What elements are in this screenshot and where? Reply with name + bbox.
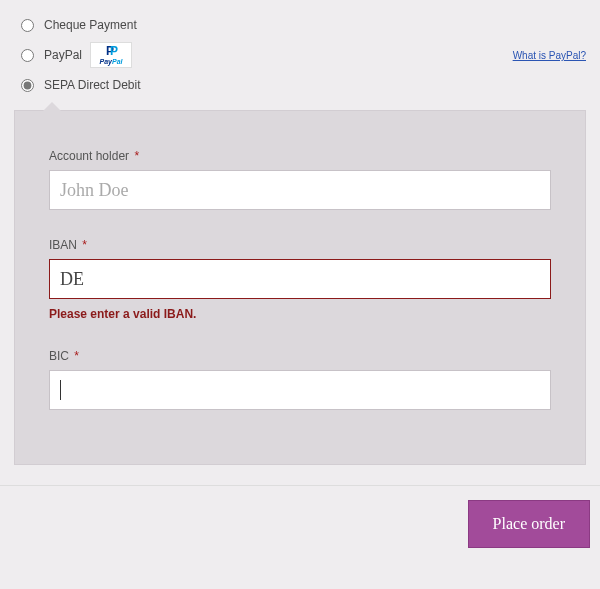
payment-method-sepa-label[interactable]: SEPA Direct Debit [44, 78, 140, 92]
paypal-logo-icon: PP PayPal [90, 42, 132, 68]
iban-field-group: IBAN * Please enter a valid IBAN. [49, 238, 551, 321]
account-holder-input[interactable] [49, 170, 551, 210]
account-holder-field-group: Account holder * [49, 149, 551, 210]
payment-method-sepa-radio[interactable] [21, 79, 34, 92]
iban-input[interactable] [49, 259, 551, 299]
iban-label: IBAN * [49, 238, 551, 252]
payment-method-sepa-row: SEPA Direct Debit [10, 72, 590, 98]
bic-field-group: BIC * [49, 349, 551, 410]
account-holder-label: Account holder * [49, 149, 551, 163]
sepa-details-panel: Account holder * IBAN * Please enter a v… [14, 110, 586, 465]
required-mark: * [82, 238, 87, 252]
what-is-paypal-link[interactable]: What is PayPal? [513, 50, 586, 61]
required-mark: * [134, 149, 139, 163]
payment-method-cheque-radio[interactable] [21, 19, 34, 32]
bic-label-text: BIC [49, 349, 69, 363]
account-holder-label-text: Account holder [49, 149, 129, 163]
iban-label-text: IBAN [49, 238, 77, 252]
payment-method-paypal-label[interactable]: PayPal [44, 48, 82, 62]
payment-method-list: Cheque Payment PayPal PP PayPal What is … [10, 12, 590, 98]
payment-method-cheque-label[interactable]: Cheque Payment [44, 18, 137, 32]
payment-method-paypal-radio[interactable] [21, 49, 34, 62]
payment-method-cheque-row: Cheque Payment [10, 12, 590, 38]
payment-method-paypal-row: PayPal PP PayPal What is PayPal? [10, 42, 590, 68]
footer-area: Place order [0, 485, 600, 548]
bic-input[interactable] [49, 370, 551, 410]
required-mark: * [74, 349, 79, 363]
iban-error-message: Please enter a valid IBAN. [49, 307, 551, 321]
bic-label: BIC * [49, 349, 551, 363]
place-order-button[interactable]: Place order [468, 500, 590, 548]
